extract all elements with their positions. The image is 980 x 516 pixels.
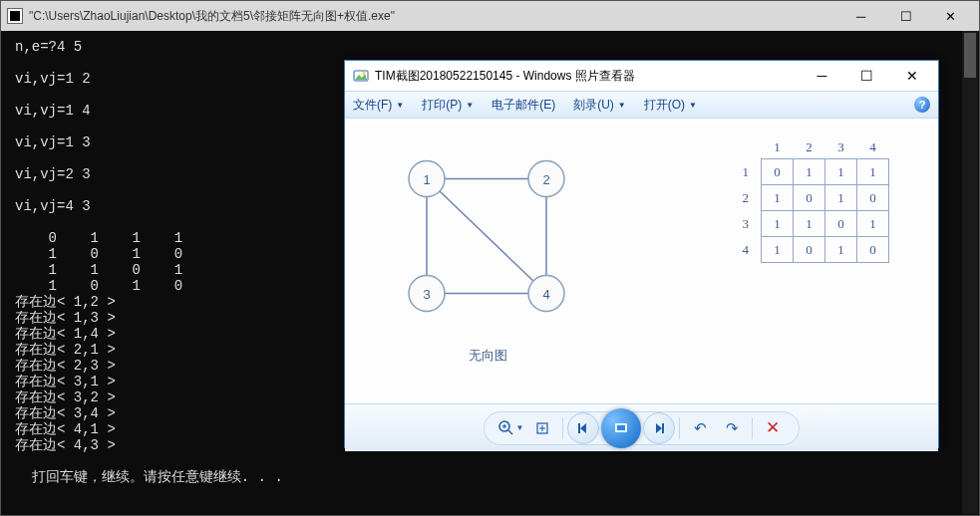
slideshow-button[interactable] xyxy=(601,408,641,448)
graph-node-4: 4 xyxy=(542,287,549,302)
matrix-col-4: 4 xyxy=(857,136,889,159)
console-close-button[interactable]: ✕ xyxy=(928,1,973,31)
matrix-cell: 1 xyxy=(825,185,857,211)
matrix-cell: 1 xyxy=(762,211,794,237)
menu-open-label: 打开(O) xyxy=(644,97,685,114)
menu-burn[interactable]: 刻录(U)▼ xyxy=(573,97,626,114)
console-title: "C:\Users\ZhaoLiujian\Desktop\我的文档5\邻接矩阵… xyxy=(29,8,838,25)
matrix-row-2: 2 xyxy=(731,185,762,211)
photo-viewer-window: TIM截图20180522150145 - Windows 照片查看器 ─ ☐ … xyxy=(344,60,939,448)
svg-line-8 xyxy=(427,179,546,294)
svg-rect-21 xyxy=(578,423,580,433)
viewer-close-button[interactable]: ✕ xyxy=(889,63,934,89)
matrix-cell: 1 xyxy=(794,211,825,237)
matrix-cell: 0 xyxy=(794,185,825,211)
separator xyxy=(679,417,680,439)
svg-rect-25 xyxy=(662,423,664,433)
matrix-col-1: 1 xyxy=(762,136,794,159)
caret-icon: ▼ xyxy=(466,101,474,110)
matrix-col-3: 3 xyxy=(825,136,857,159)
matrix-cell: 1 xyxy=(825,237,857,263)
matrix-cell: 0 xyxy=(794,237,825,263)
menu-print-label: 打印(P) xyxy=(422,97,462,114)
viewer-app-icon xyxy=(353,68,369,84)
matrix-row-3: 3 xyxy=(731,211,762,237)
fit-button[interactable] xyxy=(526,414,558,442)
matrix-cell: 0 xyxy=(857,185,889,211)
adjacency-matrix: 1 2 3 4 1 0 1 1 1 2 1 0 1 0 xyxy=(731,136,890,263)
matrix-cell: 1 xyxy=(825,159,857,185)
console-scrollbar[interactable] xyxy=(962,31,978,514)
prev-button[interactable] xyxy=(567,412,599,444)
caret-icon: ▼ xyxy=(689,101,697,110)
caret-icon: ▼ xyxy=(516,423,524,432)
graph-node-2: 2 xyxy=(542,172,549,187)
delete-button[interactable]: ✕ xyxy=(757,414,789,442)
console-titlebar: "C:\Users\ZhaoLiujian\Desktop\我的文档5\邻接矩阵… xyxy=(1,1,979,31)
separator xyxy=(562,417,563,439)
viewer-tool-pill: ▼ ↶ ↷ ✕ xyxy=(484,411,800,445)
matrix-row-1: 1 xyxy=(731,159,762,185)
menu-burn-label: 刻录(U) xyxy=(573,97,614,114)
graph-caption: 无向图 xyxy=(469,347,507,365)
matrix-col-2: 2 xyxy=(794,136,825,159)
console-minimize-button[interactable]: ─ xyxy=(838,1,883,31)
menu-email-label: 电子邮件(E) xyxy=(491,97,555,114)
viewer-maximize-button[interactable]: ☐ xyxy=(844,63,889,89)
viewer-minimize-button[interactable]: ─ xyxy=(800,63,844,89)
console-app-icon xyxy=(7,8,23,24)
matrix-cell: 0 xyxy=(762,159,794,185)
svg-rect-0 xyxy=(10,11,20,21)
matrix-cell: 1 xyxy=(857,159,889,185)
matrix-cell: 1 xyxy=(857,211,889,237)
svg-line-14 xyxy=(508,430,512,434)
menu-file[interactable]: 文件(F)▼ xyxy=(353,97,404,114)
caret-icon: ▼ xyxy=(618,101,626,110)
caret-icon: ▼ xyxy=(396,101,404,110)
matrix-row-4: 4 xyxy=(731,237,762,263)
rotate-ccw-button[interactable]: ↶ xyxy=(684,414,716,442)
svg-rect-23 xyxy=(617,425,625,430)
graph-diagram: 1 2 3 4 xyxy=(387,136,586,351)
next-button[interactable] xyxy=(643,412,675,444)
svg-marker-20 xyxy=(580,423,586,433)
matrix-cell: 1 xyxy=(762,237,794,263)
matrix-cell: 1 xyxy=(794,159,825,185)
matrix-cell: 0 xyxy=(857,237,889,263)
viewer-title: TIM截图20180522150145 - Windows 照片查看器 xyxy=(375,68,800,85)
console-maximize-button[interactable]: ☐ xyxy=(883,1,928,31)
scrollbar-thumb[interactable] xyxy=(964,33,976,78)
separator xyxy=(752,417,753,439)
viewer-canvas: 1 2 3 4 1 2 3 4 xyxy=(349,123,934,399)
viewer-titlebar: TIM截图20180522150145 - Windows 照片查看器 ─ ☐ … xyxy=(345,61,938,91)
zoom-in-button[interactable]: ▼ xyxy=(494,414,526,442)
viewer-footer: ▼ ↶ ↷ ✕ xyxy=(345,403,938,451)
svg-marker-24 xyxy=(656,423,662,433)
svg-point-3 xyxy=(363,72,366,75)
matrix-cell: 1 xyxy=(762,185,794,211)
graph-node-1: 1 xyxy=(423,172,430,187)
rotate-cw-button[interactable]: ↷ xyxy=(716,414,748,442)
graph-node-3: 3 xyxy=(423,287,430,302)
matrix-cell: 0 xyxy=(825,211,857,237)
menu-print[interactable]: 打印(P)▼ xyxy=(422,97,474,114)
menu-file-label: 文件(F) xyxy=(353,97,392,114)
viewer-menu-bar: 文件(F)▼ 打印(P)▼ 电子邮件(E) 刻录(U)▼ 打开(O)▼ ? xyxy=(345,91,938,119)
menu-open[interactable]: 打开(O)▼ xyxy=(644,97,697,114)
menu-email[interactable]: 电子邮件(E) xyxy=(491,97,555,114)
help-button[interactable]: ? xyxy=(914,97,930,113)
